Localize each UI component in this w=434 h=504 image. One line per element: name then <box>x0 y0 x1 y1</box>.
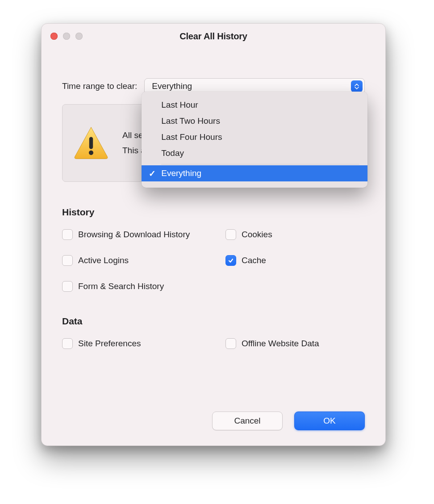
option-today[interactable]: Today <box>142 145 367 161</box>
dialog-footer: Cancel OK <box>212 412 365 430</box>
checkbox-label: Form & Search History <box>78 281 164 291</box>
time-range-label: Time range to clear: <box>62 81 137 91</box>
checkbox-label: Offline Website Data <box>242 339 319 349</box>
dialog-window: Clear All History Time range to clear: E… <box>41 23 386 446</box>
checkbox-browsing-download-history[interactable]: Browsing & Download History <box>62 229 223 240</box>
checkbox-cookies[interactable]: Cookies <box>225 229 365 240</box>
svg-rect-0 <box>89 137 93 149</box>
time-range-select-wrap: Everything Last Hour Last Two Hours Last… <box>144 78 365 94</box>
window-controls <box>50 33 83 40</box>
select-stepper-icon <box>351 80 363 92</box>
history-checkboxes: Browsing & Download History Cookies Acti… <box>62 229 365 292</box>
checkbox-icon <box>62 338 73 349</box>
svg-point-1 <box>89 151 93 155</box>
checkbox-offline-website-data[interactable]: Offline Website Data <box>225 338 365 349</box>
close-window-button[interactable] <box>50 33 58 40</box>
time-range-dropdown: Last Hour Last Two Hours Last Four Hours… <box>142 92 367 188</box>
checkbox-label: Active Logins <box>78 256 129 265</box>
checkbox-form-search-history[interactable]: Form & Search History <box>62 281 223 292</box>
minimize-window-button <box>63 33 70 40</box>
time-range-selected-value: Everything <box>152 81 192 91</box>
cancel-button[interactable]: Cancel <box>212 412 283 430</box>
checkbox-label: Browsing & Download History <box>78 230 190 239</box>
option-everything[interactable]: Everything <box>142 165 367 181</box>
history-section-title: History <box>62 207 365 218</box>
ok-button[interactable]: OK <box>294 412 365 430</box>
dialog-content: Time range to clear: Everything Last Hou… <box>42 49 385 349</box>
checkbox-icon <box>225 229 236 240</box>
checkbox-label: Cache <box>242 256 266 265</box>
time-range-row: Time range to clear: Everything Last Hou… <box>62 78 365 94</box>
checkbox-site-preferences[interactable]: Site Preferences <box>62 338 223 349</box>
checkbox-cache[interactable]: Cache <box>225 255 365 266</box>
warning-icon <box>72 124 110 162</box>
checkbox-label: Site Preferences <box>78 339 141 349</box>
checkbox-icon <box>62 281 73 292</box>
data-section-title: Data <box>62 316 365 327</box>
titlebar: Clear All History <box>42 24 385 49</box>
data-checkboxes: Site Preferences Offline Website Data <box>62 338 365 349</box>
checkbox-icon <box>62 229 73 240</box>
dropdown-divider <box>161 164 359 164</box>
checkbox-icon <box>225 338 236 349</box>
option-last-two-hours[interactable]: Last Two Hours <box>142 113 367 129</box>
option-last-four-hours[interactable]: Last Four Hours <box>142 129 367 145</box>
option-last-hour[interactable]: Last Hour <box>142 97 367 113</box>
zoom-window-button <box>75 33 83 40</box>
checkbox-active-logins[interactable]: Active Logins <box>62 255 223 266</box>
checkbox-icon <box>225 255 236 266</box>
checkbox-icon <box>62 255 73 266</box>
checkbox-label: Cookies <box>242 230 272 239</box>
dialog-title: Clear All History <box>179 31 247 42</box>
